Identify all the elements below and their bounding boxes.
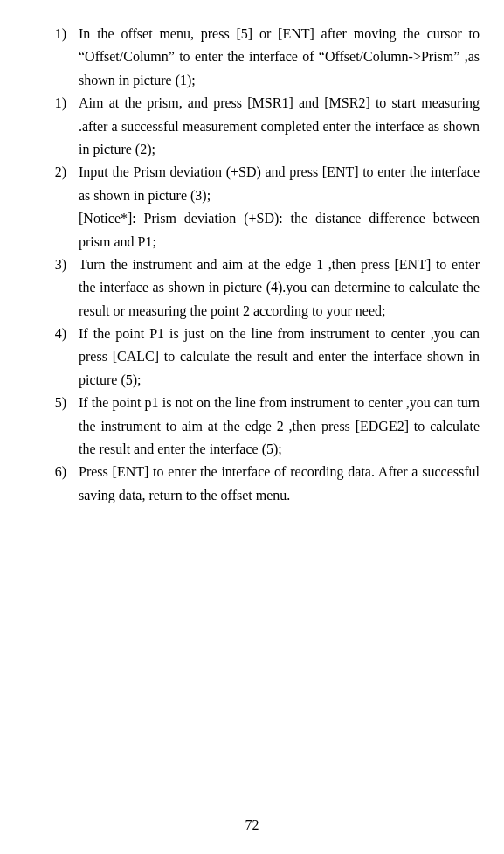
item-number: 6) (35, 461, 79, 507)
item-number: 1) (35, 23, 79, 92)
instruction-list: 1) In the offset menu, press [5] or [ENT… (35, 23, 480, 507)
item-number: 4) (35, 323, 79, 392)
item-paragraph: Aim at the prism, and press [MSR1] and [… (79, 92, 480, 161)
list-item: 4) If the point P1 is just on the line f… (35, 323, 480, 392)
item-number: 1) (35, 92, 79, 161)
item-paragraph: In the offset menu, press [5] or [ENT] a… (79, 23, 480, 92)
item-number: 3) (35, 253, 79, 323)
list-item: 3) Turn the instrument and aim at the ed… (35, 253, 480, 323)
item-content: If the point p1 is not on the line from … (79, 392, 480, 461)
item-content: Press [ENT] to enter the interface of re… (79, 461, 480, 507)
item-content: In the offset menu, press [5] or [ENT] a… (79, 23, 480, 92)
item-paragraph: Press [ENT] to enter the interface of re… (79, 461, 480, 507)
item-content: Aim at the prism, and press [MSR1] and [… (79, 92, 480, 161)
item-number: 2) (35, 161, 79, 253)
page-number: 72 (0, 817, 504, 833)
item-paragraph: [Notice*]: Prism deviation (+SD): the di… (79, 207, 480, 253)
item-paragraph: If the point P1 is just on the line from… (79, 323, 480, 392)
item-content: If the point P1 is just on the line from… (79, 323, 480, 392)
item-content: Input the Prism deviation (+SD) and pres… (79, 161, 480, 253)
item-paragraph: Input the Prism deviation (+SD) and pres… (79, 161, 480, 207)
item-content: Turn the instrument and aim at the edge … (79, 253, 480, 323)
list-item: 6) Press [ENT] to enter the interface of… (35, 461, 480, 507)
list-item: 5) If the point p1 is not on the line fr… (35, 392, 480, 461)
page-container: 1) In the offset menu, press [5] or [ENT… (0, 0, 504, 854)
item-paragraph: Turn the instrument and aim at the edge … (79, 253, 480, 323)
list-item: 2) Input the Prism deviation (+SD) and p… (35, 161, 480, 253)
list-item: 1) In the offset menu, press [5] or [ENT… (35, 23, 480, 92)
item-paragraph: If the point p1 is not on the line from … (79, 392, 480, 461)
list-item: 1) Aim at the prism, and press [MSR1] an… (35, 92, 480, 161)
item-number: 5) (35, 392, 79, 461)
